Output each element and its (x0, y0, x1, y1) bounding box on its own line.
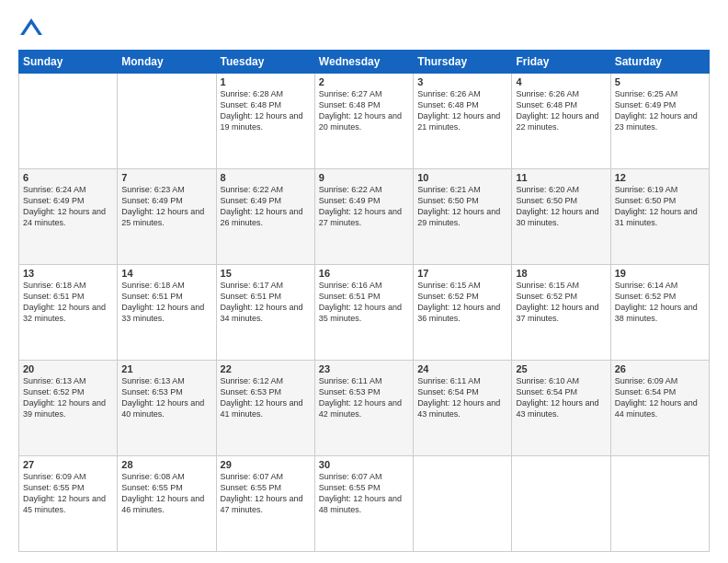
day-number: 4 (516, 76, 606, 87)
day-info: Sunrise: 6:20 AM Sunset: 6:50 PM Dayligh… (516, 184, 606, 229)
calendar-cell: 2Sunrise: 6:27 AM Sunset: 6:48 PM Daylig… (314, 74, 413, 169)
day-number: 6 (23, 172, 113, 183)
weekday-header-sunday: Sunday (19, 51, 118, 74)
day-info: Sunrise: 6:22 AM Sunset: 6:49 PM Dayligh… (221, 184, 311, 229)
calendar-cell: 22Sunrise: 6:12 AM Sunset: 6:53 PM Dayli… (216, 361, 314, 456)
calendar-cell: 24Sunrise: 6:11 AM Sunset: 6:54 PM Dayli… (414, 361, 512, 456)
day-number: 1 (221, 76, 311, 87)
day-info: Sunrise: 6:13 AM Sunset: 6:52 PM Dayligh… (23, 375, 113, 420)
header (18, 15, 710, 40)
calendar-cell (414, 456, 512, 552)
day-info: Sunrise: 6:17 AM Sunset: 6:51 PM Dayligh… (221, 280, 311, 325)
day-info: Sunrise: 6:26 AM Sunset: 6:48 PM Dayligh… (516, 88, 606, 133)
day-number: 16 (319, 268, 409, 279)
day-number: 3 (417, 76, 507, 87)
day-number: 23 (319, 363, 409, 374)
day-info: Sunrise: 6:12 AM Sunset: 6:53 PM Dayligh… (221, 375, 311, 420)
day-info: Sunrise: 6:09 AM Sunset: 6:54 PM Dayligh… (615, 375, 705, 420)
calendar-cell: 1Sunrise: 6:28 AM Sunset: 6:48 PM Daylig… (216, 74, 314, 169)
day-number: 10 (417, 172, 507, 183)
day-number: 20 (23, 363, 113, 374)
day-info: Sunrise: 6:07 AM Sunset: 6:55 PM Dayligh… (319, 471, 409, 516)
day-number: 29 (221, 459, 311, 470)
calendar-cell: 6Sunrise: 6:24 AM Sunset: 6:49 PM Daylig… (19, 169, 118, 265)
day-info: Sunrise: 6:19 AM Sunset: 6:50 PM Dayligh… (615, 184, 705, 229)
day-info: Sunrise: 6:21 AM Sunset: 6:50 PM Dayligh… (417, 184, 507, 229)
day-number: 17 (417, 268, 507, 279)
day-info: Sunrise: 6:11 AM Sunset: 6:54 PM Dayligh… (417, 375, 507, 420)
day-number: 8 (221, 172, 311, 183)
day-number: 9 (319, 172, 409, 183)
logo (18, 15, 48, 40)
day-info: Sunrise: 6:24 AM Sunset: 6:49 PM Dayligh… (23, 184, 113, 229)
day-info: Sunrise: 6:15 AM Sunset: 6:52 PM Dayligh… (417, 280, 507, 325)
day-number: 5 (615, 76, 705, 87)
calendar-cell: 17Sunrise: 6:15 AM Sunset: 6:52 PM Dayli… (414, 265, 512, 361)
calendar-cell: 12Sunrise: 6:19 AM Sunset: 6:50 PM Dayli… (610, 169, 709, 265)
calendar-cell: 20Sunrise: 6:13 AM Sunset: 6:52 PM Dayli… (19, 361, 118, 456)
calendar-cell (512, 456, 610, 552)
day-number: 24 (417, 363, 507, 374)
weekday-header-wednesday: Wednesday (314, 51, 413, 74)
day-number: 11 (516, 172, 606, 183)
day-info: Sunrise: 6:13 AM Sunset: 6:53 PM Dayligh… (121, 375, 211, 420)
calendar-cell: 4Sunrise: 6:26 AM Sunset: 6:48 PM Daylig… (512, 74, 610, 169)
calendar-cell (610, 456, 709, 552)
day-number: 12 (615, 172, 705, 183)
calendar-cell: 26Sunrise: 6:09 AM Sunset: 6:54 PM Dayli… (610, 361, 709, 456)
calendar-table: SundayMondayTuesdayWednesdayThursdayFrid… (18, 50, 710, 552)
weekday-header-tuesday: Tuesday (216, 51, 314, 74)
calendar-cell: 23Sunrise: 6:11 AM Sunset: 6:53 PM Dayli… (314, 361, 413, 456)
day-info: Sunrise: 6:26 AM Sunset: 6:48 PM Dayligh… (417, 88, 507, 133)
day-number: 2 (319, 76, 409, 87)
weekday-header-friday: Friday (512, 51, 610, 74)
calendar-cell: 3Sunrise: 6:26 AM Sunset: 6:48 PM Daylig… (414, 74, 512, 169)
calendar-cell: 18Sunrise: 6:15 AM Sunset: 6:52 PM Dayli… (512, 265, 610, 361)
calendar-cell: 28Sunrise: 6:08 AM Sunset: 6:55 PM Dayli… (118, 456, 216, 552)
calendar-cell: 5Sunrise: 6:25 AM Sunset: 6:49 PM Daylig… (610, 74, 709, 169)
day-info: Sunrise: 6:10 AM Sunset: 6:54 PM Dayligh… (516, 375, 606, 420)
day-info: Sunrise: 6:16 AM Sunset: 6:51 PM Dayligh… (319, 280, 409, 325)
calendar-cell (118, 74, 216, 169)
day-info: Sunrise: 6:14 AM Sunset: 6:52 PM Dayligh… (615, 280, 705, 325)
calendar-cell: 25Sunrise: 6:10 AM Sunset: 6:54 PM Dayli… (512, 361, 610, 456)
day-number: 7 (121, 172, 211, 183)
day-info: Sunrise: 6:18 AM Sunset: 6:51 PM Dayligh… (121, 280, 211, 325)
day-info: Sunrise: 6:07 AM Sunset: 6:55 PM Dayligh… (221, 471, 311, 516)
calendar-cell: 10Sunrise: 6:21 AM Sunset: 6:50 PM Dayli… (414, 169, 512, 265)
calendar-cell: 11Sunrise: 6:20 AM Sunset: 6:50 PM Dayli… (512, 169, 610, 265)
day-info: Sunrise: 6:27 AM Sunset: 6:48 PM Dayligh… (319, 88, 409, 133)
calendar-cell: 30Sunrise: 6:07 AM Sunset: 6:55 PM Dayli… (314, 456, 413, 552)
calendar-cell: 21Sunrise: 6:13 AM Sunset: 6:53 PM Dayli… (118, 361, 216, 456)
calendar-cell: 16Sunrise: 6:16 AM Sunset: 6:51 PM Dayli… (314, 265, 413, 361)
day-info: Sunrise: 6:11 AM Sunset: 6:53 PM Dayligh… (319, 375, 409, 420)
day-info: Sunrise: 6:18 AM Sunset: 6:51 PM Dayligh… (23, 280, 113, 325)
weekday-header-thursday: Thursday (414, 51, 512, 74)
day-info: Sunrise: 6:08 AM Sunset: 6:55 PM Dayligh… (121, 471, 211, 516)
day-number: 14 (121, 268, 211, 279)
day-number: 28 (121, 459, 211, 470)
day-number: 13 (23, 268, 113, 279)
calendar-cell: 9Sunrise: 6:22 AM Sunset: 6:49 PM Daylig… (314, 169, 413, 265)
calendar-cell: 14Sunrise: 6:18 AM Sunset: 6:51 PM Dayli… (118, 265, 216, 361)
calendar-cell: 27Sunrise: 6:09 AM Sunset: 6:55 PM Dayli… (19, 456, 118, 552)
day-number: 27 (23, 459, 113, 470)
weekday-header-monday: Monday (118, 51, 216, 74)
day-number: 22 (221, 363, 311, 374)
calendar-cell: 7Sunrise: 6:23 AM Sunset: 6:49 PM Daylig… (118, 169, 216, 265)
calendar-cell: 8Sunrise: 6:22 AM Sunset: 6:49 PM Daylig… (216, 169, 314, 265)
logo-icon (18, 15, 44, 40)
day-info: Sunrise: 6:25 AM Sunset: 6:49 PM Dayligh… (615, 88, 705, 133)
calendar-cell: 13Sunrise: 6:18 AM Sunset: 6:51 PM Dayli… (19, 265, 118, 361)
calendar-cell: 29Sunrise: 6:07 AM Sunset: 6:55 PM Dayli… (216, 456, 314, 552)
day-info: Sunrise: 6:28 AM Sunset: 6:48 PM Dayligh… (221, 88, 311, 133)
day-info: Sunrise: 6:22 AM Sunset: 6:49 PM Dayligh… (319, 184, 409, 229)
day-info: Sunrise: 6:15 AM Sunset: 6:52 PM Dayligh… (516, 280, 606, 325)
day-info: Sunrise: 6:09 AM Sunset: 6:55 PM Dayligh… (23, 471, 113, 516)
day-info: Sunrise: 6:23 AM Sunset: 6:49 PM Dayligh… (121, 184, 211, 229)
day-number: 19 (615, 268, 705, 279)
calendar-cell: 19Sunrise: 6:14 AM Sunset: 6:52 PM Dayli… (610, 265, 709, 361)
day-number: 25 (516, 363, 606, 374)
day-number: 18 (516, 268, 606, 279)
day-number: 15 (221, 268, 311, 279)
